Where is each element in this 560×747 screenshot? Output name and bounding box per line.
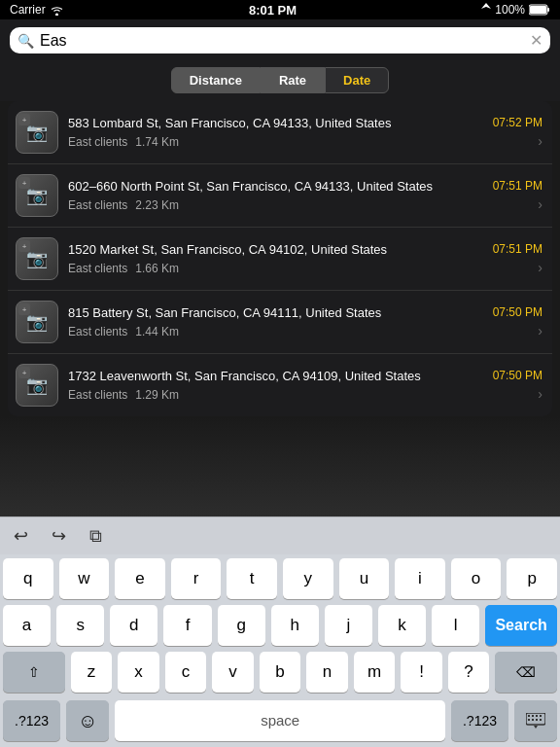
result-item-3[interactable]: + 📷 815 Battery St, San Francisco, CA 94…: [8, 291, 552, 354]
result-time-1: 07:51 PM: [493, 179, 542, 193]
key-b[interactable]: b: [260, 652, 301, 693]
keyboard-row-2: a s d f g h j k l Search: [3, 605, 557, 646]
key-r[interactable]: r: [171, 558, 222, 599]
camera-icon-1: 📷: [26, 185, 48, 206]
redo-button[interactable]: ↪: [48, 523, 70, 549]
clear-search-button[interactable]: ✕: [530, 31, 542, 50]
svg-rect-2: [547, 8, 549, 12]
svg-marker-0: [481, 3, 491, 9]
wifi-icon: [50, 5, 64, 16]
key-i[interactable]: i: [395, 558, 445, 599]
key-d[interactable]: d: [110, 605, 158, 646]
result-distance-0: 1.74 Km: [135, 135, 179, 149]
keyboard: ↩ ↪ ⧉ q w e r t y u i o p a s d f g h j …: [0, 516, 560, 747]
copy-button[interactable]: ⧉: [86, 524, 106, 549]
tab-date[interactable]: Date: [325, 67, 389, 93]
status-time: 8:01 PM: [249, 3, 297, 18]
result-client-3: East clients: [68, 325, 127, 338]
search-icon: 🔍: [18, 33, 34, 49]
key-e[interactable]: e: [115, 558, 165, 599]
tab-distance[interactable]: Distance: [171, 67, 261, 93]
key-w[interactable]: w: [59, 558, 110, 599]
result-thumbnail-2: + 📷: [16, 237, 58, 280]
result-address-1: 602–660 North Point St, San Francisco, C…: [68, 179, 485, 196]
svg-rect-11: [532, 719, 534, 721]
results-list: + 📷 583 Lombard St, San Francisco, CA 94…: [8, 101, 552, 416]
svg-rect-8: [536, 715, 538, 717]
key-c[interactable]: c: [165, 652, 207, 693]
key-x[interactable]: x: [118, 652, 159, 693]
key-q[interactable]: q: [3, 558, 53, 599]
result-distance-2: 1.66 Km: [135, 262, 179, 275]
result-item-0[interactable]: + 📷 583 Lombard St, San Francisco, CA 94…: [8, 101, 552, 164]
key-p[interactable]: p: [507, 558, 557, 599]
result-distance-1: 2.23 Km: [135, 198, 179, 212]
key-v[interactable]: v: [212, 652, 254, 693]
keyboard-hide-key[interactable]: [514, 700, 557, 741]
result-info-0: 583 Lombard St, San Francisco, CA 94133,…: [68, 116, 485, 149]
key-u[interactable]: u: [339, 558, 390, 599]
search-input[interactable]: [40, 32, 524, 50]
result-time-0: 07:52 PM: [493, 116, 542, 129]
shift-key[interactable]: ⇧: [3, 652, 65, 693]
key-question[interactable]: ?: [448, 652, 490, 693]
result-item-2[interactable]: + 📷 1520 Market St, San Francisco, CA 94…: [8, 228, 552, 291]
key-n[interactable]: n: [306, 652, 348, 693]
result-item-4[interactable]: + 📷 1732 Leavenworth St, San Francisco, …: [8, 354, 552, 416]
result-thumbnail-4: + 📷: [16, 364, 58, 407]
result-info-2: 1520 Market St, San Francisco, CA 94102,…: [68, 242, 485, 275]
keyboard-rows: q w e r t y u i o p a s d f g h j k l Se…: [0, 554, 560, 700]
plus-badge-2: +: [18, 240, 30, 252]
svg-rect-10: [528, 719, 530, 721]
result-address-2: 1520 Market St, San Francisco, CA 94102,…: [68, 242, 485, 259]
key-g[interactable]: g: [218, 605, 265, 646]
result-time-2: 07:51 PM: [493, 242, 542, 256]
result-address-3: 815 Battery St, San Francisco, CA 94111,…: [68, 305, 485, 322]
svg-rect-12: [536, 719, 538, 721]
result-info-3: 815 Battery St, San Francisco, CA 94111,…: [68, 305, 485, 338]
undo-button[interactable]: ↩: [10, 523, 32, 549]
chevron-icon-1: ›: [538, 196, 542, 212]
space-key[interactable]: space: [115, 700, 444, 741]
tab-rate[interactable]: Rate: [261, 67, 325, 93]
keyboard-toolbar: ↩ ↪ ⧉: [0, 516, 560, 554]
chevron-icon-2: ›: [538, 260, 542, 275]
camera-icon-2: 📷: [26, 248, 48, 269]
plus-badge-3: +: [18, 303, 30, 315]
svg-rect-9: [540, 715, 542, 717]
key-y[interactable]: y: [283, 558, 333, 599]
numbers-key-2[interactable]: .?123: [451, 700, 508, 741]
key-h[interactable]: h: [271, 605, 319, 646]
result-info-1: 602–660 North Point St, San Francisco, C…: [68, 179, 485, 212]
key-k[interactable]: k: [378, 605, 426, 646]
key-l[interactable]: l: [432, 605, 479, 646]
plus-badge: +: [18, 114, 30, 125]
result-right-4: 07:50 PM ›: [493, 369, 542, 402]
result-client-0: East clients: [68, 135, 127, 149]
result-distance-4: 1.29 Km: [135, 388, 179, 402]
search-key[interactable]: Search: [485, 605, 557, 646]
search-bar-container: 🔍 ✕: [0, 19, 560, 61]
battery-icon: [529, 4, 550, 16]
key-z[interactable]: z: [71, 652, 113, 693]
carrier-label: Carrier: [10, 3, 46, 17]
key-j[interactable]: j: [325, 605, 372, 646]
delete-key[interactable]: ⌫: [495, 652, 557, 693]
key-t[interactable]: t: [227, 558, 277, 599]
result-time-3: 07:50 PM: [493, 305, 542, 319]
battery-label: 100%: [495, 3, 525, 17]
numbers-key[interactable]: .?123: [3, 700, 60, 741]
result-item-1[interactable]: + 📷 602–660 North Point St, San Francisc…: [8, 164, 552, 228]
key-o[interactable]: o: [451, 558, 502, 599]
emoji-key[interactable]: ☺: [66, 700, 109, 741]
key-a[interactable]: a: [3, 605, 51, 646]
key-exclaim[interactable]: !: [401, 652, 442, 693]
camera-icon-4: 📷: [26, 374, 48, 396]
result-info-4: 1732 Leavenworth St, San Francisco, CA 9…: [68, 369, 485, 402]
key-f[interactable]: f: [163, 605, 211, 646]
key-m[interactable]: m: [354, 652, 396, 693]
status-right: 100%: [481, 3, 550, 17]
search-bar[interactable]: 🔍 ✕: [10, 27, 550, 53]
key-s[interactable]: s: [56, 605, 104, 646]
result-client-4: East clients: [68, 388, 127, 402]
